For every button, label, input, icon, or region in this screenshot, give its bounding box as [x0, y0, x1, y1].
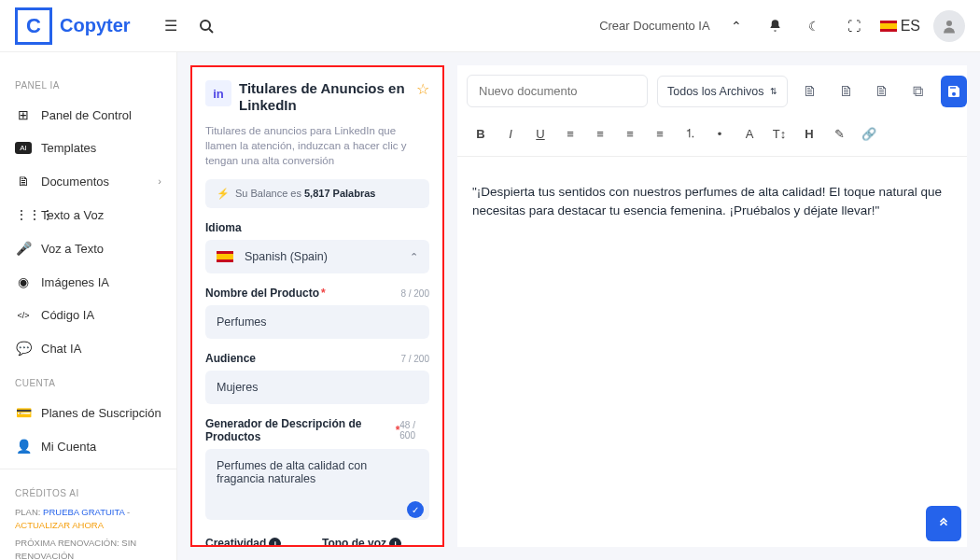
sidebar-item-templates[interactable]: AITemplates	[0, 132, 176, 164]
sidebar-heading-account: CUENTA	[0, 371, 176, 396]
sidebar-heading-panel: PANEL IA	[0, 73, 176, 98]
editor-toolbar: B I U ≡ ≡ ≡ ≡ ⒈ • A T↕ H ✎ 🔗	[457, 117, 967, 157]
avatar[interactable]	[933, 10, 965, 42]
chevron-up-icon[interactable]: ⌃	[723, 13, 749, 39]
language-label: Idioma	[205, 221, 429, 234]
svg-line-1	[209, 29, 213, 33]
product-counter: 8 / 200	[400, 288, 429, 299]
brand-name: Copyter	[60, 15, 131, 36]
creativity-label: Creatividad	[205, 537, 266, 547]
brand-logo[interactable]: C Copyter	[15, 7, 131, 45]
info-icon[interactable]: i	[269, 538, 281, 547]
product-name-input[interactable]	[205, 305, 429, 339]
copy-icon[interactable]: ⧉	[904, 76, 931, 107]
plan-info: PLAN: PRUEBA GRATUITA - ACTUALIZAR AHORA	[15, 506, 161, 533]
brand-icon: C	[15, 7, 52, 45]
heading-button[interactable]: H	[795, 120, 823, 147]
file-icon[interactable]: 🗎	[833, 76, 859, 107]
svg-point-2	[946, 21, 952, 26]
document-name-input[interactable]	[467, 75, 648, 107]
description-label: Generador de Descripción de Productos	[205, 417, 394, 443]
sidebar-item-panel-control[interactable]: ⊞Panel de Control	[0, 98, 176, 132]
audience-input[interactable]	[205, 371, 429, 404]
align-right-button[interactable]: ≡	[616, 120, 644, 147]
align-justify-button[interactable]: ≡	[646, 120, 674, 147]
bell-icon[interactable]	[763, 13, 789, 39]
tone-label: Tono de voz	[322, 537, 386, 547]
balance-box: ⚡Su Balance es 5,817 Palabras	[205, 179, 429, 208]
code-icon: </>	[15, 311, 32, 320]
unordered-list-button[interactable]: •	[706, 120, 734, 147]
language-switch[interactable]: ES	[880, 18, 920, 35]
export-icon[interactable]: 🗎	[797, 76, 823, 107]
favorite-star-icon[interactable]: ☆	[416, 80, 429, 98]
doc-icon[interactable]: 🗎	[869, 76, 895, 107]
chevron-up-icon: ⌃	[410, 251, 418, 263]
audio-wave-icon: ⋮⋮⋮	[15, 207, 32, 222]
dashboard-icon: ⊞	[15, 107, 32, 122]
mic-icon: 🎤	[15, 241, 32, 256]
info-icon[interactable]: i	[389, 538, 401, 547]
audience-label: Audience	[205, 352, 256, 365]
product-label: Nombre del Producto	[205, 287, 319, 300]
dark-mode-icon[interactable]: ☾	[802, 13, 828, 39]
audience-counter: 7 / 200	[400, 354, 429, 364]
link-button[interactable]: 🔗	[855, 120, 883, 147]
editor-panel: Todos los Archivos⇅ 🗎 🗎 🗎 ⧉ B I U ≡ ≡ ≡ …	[457, 65, 967, 547]
ordered-list-button[interactable]: ⒈	[676, 120, 704, 147]
sidebar-item-imagenes[interactable]: ◉Imágenes IA	[0, 265, 176, 299]
sidebar-item-documentos[interactable]: 🗎Documentos›	[0, 164, 176, 198]
sidebar-item-chat[interactable]: 💬Chat IA	[0, 331, 176, 365]
editor-content[interactable]: "¡Despierta tus sentidos con nuestros pe…	[457, 157, 967, 547]
account-icon: 👤	[15, 439, 32, 454]
align-left-button[interactable]: ≡	[556, 120, 584, 147]
sidebar-item-voz-texto[interactable]: 🎤Voz a Texto	[0, 231, 176, 265]
language-select[interactable]: Spanish (Spain) ⌃	[205, 240, 429, 273]
chat-icon: 💬	[15, 341, 32, 356]
font-size-button[interactable]: T↕	[765, 120, 793, 147]
flag-es-icon	[880, 21, 897, 32]
scroll-top-button[interactable]	[926, 506, 961, 541]
sidebar-item-codigo[interactable]: </>Código IA	[0, 299, 176, 331]
template-title: Titulares de Anuncios en LinkedIn	[239, 80, 409, 114]
template-description: Titulares de anuncios para LinkedIn que …	[205, 123, 429, 168]
flag-es-icon	[217, 251, 233, 262]
underline-button[interactable]: U	[526, 120, 554, 147]
description-textarea[interactable]	[205, 449, 429, 520]
upgrade-link[interactable]: ACTUALIZAR AHORA	[15, 520, 104, 530]
sidebar-item-planes[interactable]: 💳Planes de Suscripción	[0, 396, 176, 429]
brush-button[interactable]: ✎	[825, 120, 853, 147]
menu-toggle-icon[interactable]: ☰	[153, 8, 189, 44]
ai-icon: AI	[15, 142, 32, 154]
sidebar-item-cuenta[interactable]: 👤Mi Cuenta	[0, 429, 176, 463]
font-button[interactable]: A	[735, 120, 763, 147]
svg-point-0	[201, 21, 210, 30]
archive-select[interactable]: Todos los Archivos⇅	[657, 76, 788, 107]
sidebar: PANEL IA ⊞Panel de Control AITemplates 🗎…	[0, 52, 177, 560]
description-counter: 48 / 600	[399, 420, 429, 441]
renewal-info: PRÓXIMA RENOVACIÓN: SIN RENOVACIÓN	[15, 537, 161, 561]
save-button[interactable]	[941, 76, 967, 107]
align-center-button[interactable]: ≡	[586, 120, 614, 147]
bolt-icon: ⚡	[217, 188, 230, 199]
subscription-icon: 💳	[15, 405, 32, 420]
documents-icon: 🗎	[15, 174, 32, 189]
image-icon: ◉	[15, 274, 32, 289]
chevron-right-icon: ›	[158, 175, 161, 187]
linkedin-icon: in	[205, 80, 231, 106]
create-doc-button[interactable]: Crear Documento IA	[599, 19, 710, 33]
template-form-panel: in Titulares de Anuncios en LinkedIn ☆ T…	[190, 65, 444, 547]
sidebar-item-texto-voz[interactable]: ⋮⋮⋮Texto a Voz	[0, 198, 176, 231]
sidebar-heading-credits: CRÉDITOS AI	[15, 486, 161, 506]
search-icon[interactable]	[189, 8, 224, 44]
italic-button[interactable]: I	[497, 120, 525, 147]
bold-button[interactable]: B	[467, 120, 495, 147]
fullscreen-icon[interactable]: ⛶	[841, 13, 867, 39]
select-caret-icon: ⇅	[770, 87, 777, 96]
